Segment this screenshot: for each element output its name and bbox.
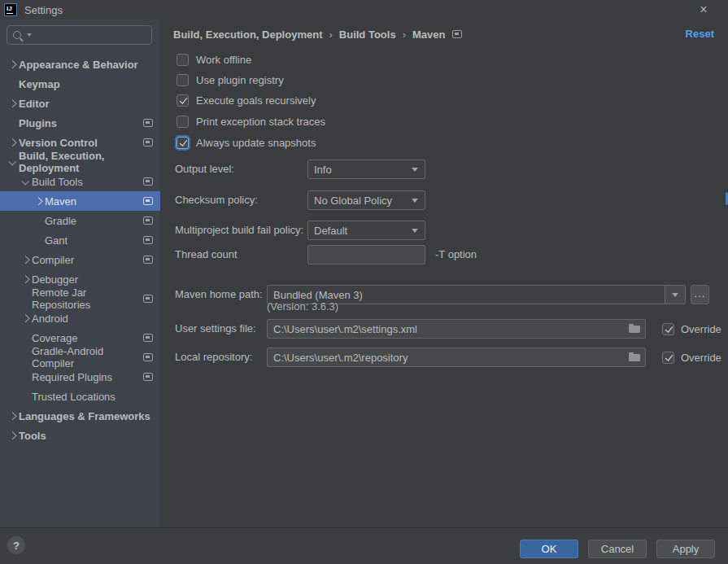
intellij-logo-icon: IJ [4, 3, 17, 16]
chevron-right-icon[interactable] [21, 275, 28, 282]
print-exception-stack-traces-row: Print exception stack traces [177, 112, 325, 130]
dropdown-caret-icon [412, 168, 418, 172]
dropdown-caret-icon [412, 199, 418, 203]
search-icon [13, 31, 21, 39]
settings-indicator-icon [143, 138, 153, 146]
folder-icon[interactable] [629, 354, 640, 361]
breadcrumb-part[interactable]: Build, Execution, Deployment [173, 28, 322, 41]
settings-indicator-icon [143, 295, 153, 303]
settings-tree: Appearance & Behavior Keymap Editor Plug… [0, 55, 160, 445]
settings-indicator-icon [143, 334, 153, 342]
thread-count-hint: -T option [435, 245, 477, 265]
sidebar-item-maven[interactable]: Maven [0, 191, 160, 211]
settings-indicator-icon [143, 373, 153, 381]
settings-sidebar: Appearance & Behavior Keymap Editor Plug… [0, 20, 160, 527]
chevron-right-icon[interactable] [21, 314, 28, 321]
sidebar-item-plugins[interactable]: Plugins [0, 113, 160, 133]
sidebar-item-build-execution-deployment[interactable]: Build, Execution, Deployment [0, 152, 160, 172]
chevron-right-icon[interactable] [8, 99, 15, 107]
help-button[interactable]: ? [7, 536, 25, 554]
folder-icon[interactable] [629, 326, 640, 333]
breadcrumb-separator: › [329, 28, 332, 41]
user-settings-file-label: User settings file: [175, 319, 256, 339]
print-exception-stack-traces-checkbox[interactable] [177, 116, 189, 128]
execute-goals-recursively-checkbox[interactable] [177, 94, 189, 107]
chevron-right-icon[interactable] [8, 412, 15, 419]
maven-settings-panel: Build, Execution, Deployment › Build Too… [160, 20, 728, 527]
cancel-button[interactable]: Cancel [588, 540, 647, 558]
dialog-footer: ? OK Cancel Apply [0, 527, 728, 564]
multiproject-fail-policy-label: Multiproject build fail policy: [175, 221, 303, 240]
ok-button[interactable]: OK [520, 540, 578, 558]
chevron-down-icon[interactable] [8, 157, 15, 164]
execute-goals-recursively-row: Execute goals recursively [177, 91, 316, 109]
sidebar-item-gradle-android-compiler[interactable]: Gradle-Android Compiler [0, 348, 160, 367]
chevron-down-icon[interactable] [21, 177, 28, 184]
settings-indicator-icon [143, 119, 153, 127]
local-repository-override-checkbox[interactable] [662, 352, 674, 364]
user-settings-file-input[interactable]: C:\Users\user\.m2\settings.xml [267, 319, 646, 339]
dropdown-arrow-button[interactable] [665, 286, 685, 304]
output-level-select[interactable]: Info [307, 160, 425, 179]
breadcrumb: Build, Execution, Deployment › Build Too… [173, 26, 462, 42]
settings-dialog: IJ Settings × Appearance & Behavior Keym… [0, 0, 728, 564]
settings-indicator-icon [452, 30, 462, 38]
settings-indicator-icon [143, 216, 153, 225]
sidebar-item-remote-jar-repositories[interactable]: Remote Jar Repositories [0, 289, 160, 308]
sidebar-item-appearance-behavior[interactable]: Appearance & Behavior [0, 55, 160, 74]
chevron-right-icon[interactable] [8, 60, 15, 68]
checksum-policy-select[interactable]: No Global Policy [307, 190, 425, 210]
sidebar-item-editor[interactable]: Editor [0, 94, 160, 113]
breadcrumb-separator: › [403, 28, 406, 41]
multiproject-fail-policy-select[interactable]: Default [307, 221, 425, 240]
chevron-right-icon[interactable] [21, 256, 28, 263]
search-options-chevron-icon[interactable] [27, 33, 32, 37]
sidebar-item-gradle[interactable]: Gradle [0, 211, 160, 230]
sidebar-item-trusted-locations[interactable]: Trusted Locations [0, 387, 160, 406]
chevron-right-icon[interactable] [8, 431, 15, 439]
sidebar-item-build-tools[interactable]: Build Tools [0, 172, 160, 191]
apply-button[interactable]: Apply [656, 540, 715, 558]
sidebar-item-keymap[interactable]: Keymap [0, 74, 160, 94]
local-repository-input[interactable]: C:\Users\user\.m2\repository [267, 348, 646, 367]
sidebar-item-tools[interactable]: Tools [0, 426, 160, 445]
thread-count-input[interactable] [307, 245, 425, 265]
use-plugin-registry-checkbox[interactable] [177, 74, 189, 86]
sidebar-item-compiler[interactable]: Compiler [0, 250, 160, 269]
always-update-snapshots-row: Always update snapshots [177, 133, 316, 151]
local-repository-label: Local repository: [175, 348, 252, 367]
thread-count-label: Thread count [175, 245, 238, 265]
dropdown-caret-icon [412, 229, 418, 233]
close-icon[interactable]: × [695, 2, 712, 18]
breadcrumb-part: Maven [412, 28, 445, 41]
breadcrumb-part[interactable]: Build Tools [339, 28, 396, 41]
sidebar-item-gant[interactable]: Gant [0, 230, 160, 250]
dropdown-caret-icon [672, 293, 678, 297]
user-settings-override-row: Override [662, 319, 721, 339]
title-bar: IJ Settings × [0, 0, 728, 20]
reset-link[interactable]: Reset [686, 26, 714, 42]
settings-indicator-icon [143, 177, 153, 186]
browse-maven-home-button[interactable]: ... [691, 285, 709, 304]
sidebar-item-languages-frameworks[interactable]: Languages & Frameworks [0, 406, 160, 426]
settings-indicator-icon [143, 353, 153, 361]
user-settings-override-checkbox[interactable] [662, 323, 674, 335]
chevron-right-icon[interactable] [34, 197, 41, 204]
settings-indicator-icon [143, 256, 153, 264]
output-level-label: Output level: [175, 160, 234, 179]
work-offline-checkbox[interactable] [177, 54, 189, 66]
footer-buttons: OK Cancel Apply [520, 540, 715, 558]
always-update-snapshots-checkbox[interactable] [177, 137, 189, 149]
maven-home-path-label: Maven home path: [175, 285, 263, 304]
settings-indicator-icon [143, 197, 153, 205]
maven-version-note: (Version: 3.6.3) [267, 297, 338, 317]
sidebar-item-required-plugins[interactable]: Required Plugins [0, 367, 160, 387]
sidebar-item-android[interactable]: Android [0, 308, 160, 328]
use-plugin-registry-row: Use plugin registry [177, 71, 284, 89]
settings-indicator-icon [143, 236, 153, 244]
work-offline-row: Work offline [177, 50, 251, 68]
search-input[interactable] [7, 25, 152, 45]
local-repository-override-row: Override [662, 348, 721, 367]
window-title: Settings [24, 4, 63, 16]
chevron-right-icon[interactable] [8, 138, 15, 146]
